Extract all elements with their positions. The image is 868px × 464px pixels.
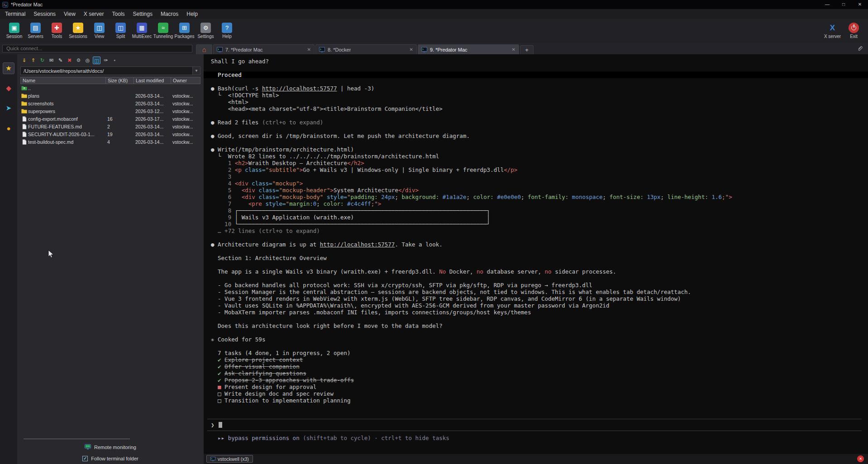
snapshot-icon[interactable]: ▪ [111, 57, 119, 64]
file-owner: vstockw... [171, 116, 200, 122]
file-row[interactable]: screenshots2026-03-14...vstockw... [20, 99, 200, 107]
new-tab-button[interactable]: + [520, 45, 534, 54]
toolbar-view-button[interactable]: ◫View [89, 23, 110, 39]
close-tab-icon[interactable]: ✕ [307, 47, 311, 52]
terminal-icon [217, 47, 223, 52]
menu-tools[interactable]: Tools [108, 9, 129, 19]
terminal[interactable]: Shall I go ahead? Proceed ● Bash(curl -s… [204, 54, 868, 453]
paperclip-icon[interactable] [857, 45, 863, 52]
edit-icon[interactable]: ✎ [57, 57, 64, 64]
toolbar-servers-button[interactable]: ▤Servers [25, 23, 46, 39]
file-name: config-export.mobaconf [28, 116, 105, 122]
toolbar-exit-button[interactable]: Exit [843, 23, 864, 39]
file-modified: 2026-03-14... [134, 124, 171, 129]
file-owner: vstockw... [171, 132, 200, 137]
terminal-line: <html> [204, 99, 868, 105]
file-owner: vstockw... [171, 139, 200, 145]
tools-icon: ✚ [52, 23, 62, 33]
x-server-icon: X [827, 23, 838, 33]
file-modified: 2026-03-14... [134, 93, 171, 99]
menu-macros[interactable]: Macros [157, 9, 182, 19]
terminal-line: ✳ Cooked for 59s [204, 336, 868, 343]
menu-view[interactable]: View [60, 9, 80, 19]
file-row[interactable]: test-buildout-spec.md42026-03-14...vstoc… [20, 138, 200, 146]
terminal-line: ● Read 2 files (ctrl+o to expand) [204, 119, 868, 126]
sidebar-macros-tab[interactable]: ◆ [3, 82, 14, 94]
bypass-permissions-label: ▸▸ bypass permissions on [211, 435, 300, 441]
toolbar-packages-button[interactable]: ⊞Packages [174, 23, 195, 39]
sidebar-sessions-tab[interactable]: ★ [3, 62, 14, 74]
tab-8-docker[interactable]: 8. *Docker✕ [315, 44, 417, 54]
column-header-name[interactable]: Name [21, 77, 106, 84]
toolbar-multiexec-button[interactable]: ▦MultiExec [131, 23, 153, 39]
quick-connect-input[interactable] [2, 45, 192, 52]
file-owner: vstockw... [171, 93, 200, 99]
toolbar-x-server-button[interactable]: XX server [822, 23, 843, 39]
terminal-line: 7 <pre style="margin:0; color: #c4c4ff;"… [204, 200, 868, 207]
file-row[interactable]: plans2026-03-14...vstockw... [20, 92, 200, 99]
pin-icon[interactable]: ✑ [102, 57, 110, 64]
file-icon [20, 116, 28, 122]
titlebar: *Predator Mac — □ ✕ [0, 0, 868, 9]
sessions-icon: ★ [5, 64, 11, 72]
sidebar-sftp-tab[interactable]: ➤ [3, 102, 14, 114]
file-row[interactable]: .. [20, 84, 200, 92]
menu-x-server[interactable]: X server [80, 9, 108, 19]
menu-settings[interactable]: Settings [129, 9, 157, 19]
file-row[interactable]: SECURITY-AUDIT-2026-03-1...192026-03-14.… [20, 130, 200, 138]
mail-icon[interactable]: ✉ [48, 57, 55, 64]
toolbar-tools-button[interactable]: ✚Tools [46, 23, 67, 39]
path-input[interactable] [21, 68, 192, 74]
terminal-line: 6 <div class="mockup-body" style="paddin… [204, 194, 868, 200]
terminal-line: Proceed [204, 71, 868, 78]
toolbar: ▣Session▤Servers✚Tools★Sessions◫View◫Spl… [0, 19, 868, 43]
follow-terminal-folder-checkbox[interactable]: ✓ [82, 456, 88, 461]
terminal-line: ✔ Ask clarifying questions [204, 370, 868, 377]
terminal-line: ✔ Offer visual companion [204, 363, 868, 370]
minimize-button[interactable]: — [819, 0, 835, 9]
toolbar-help-button[interactable]: ?Help [216, 23, 238, 39]
tab-home[interactable]: ⌂ [196, 44, 212, 54]
toolbar-settings-button[interactable]: ⚙Settings [195, 23, 216, 39]
file-name: test-buildout-spec.md [28, 139, 105, 145]
folder-download-icon[interactable]: ⇓ [20, 57, 28, 64]
toolbar-tunneling-button[interactable]: ≈Tunneling [153, 23, 174, 39]
toolbar-sessions-button[interactable]: ★Sessions [67, 23, 89, 39]
file-name: screenshots [28, 101, 105, 106]
close-button[interactable]: ✕ [852, 0, 868, 9]
close-terminal-button[interactable]: ✕ [857, 455, 864, 462]
session-tab[interactable]: vstockwell (x3) [206, 455, 253, 463]
column-header-last-modified[interactable]: Last modified [134, 77, 171, 84]
close-tab-icon[interactable]: ✕ [410, 47, 413, 52]
menu-terminal[interactable]: Terminal [1, 9, 29, 19]
file-row[interactable]: FUTURE-FEATURES.md22026-03-14...vstockw.… [20, 123, 200, 130]
sidebar-footer: Remote monitoring ✓ Follow terminal fold… [17, 439, 204, 464]
toolbar-split-button[interactable]: ◫Split [110, 23, 131, 39]
tab-7-predator-mac[interactable]: 7. *Predator Mac✕ [213, 44, 315, 54]
file-row[interactable]: config-export.mobaconf162026-03-17...vst… [20, 115, 200, 123]
remote-monitoring-button[interactable]: Remote monitoring [17, 444, 204, 450]
menu-sessions[interactable]: Sessions [29, 9, 60, 19]
follow-terminal-folder-option[interactable]: ✓ Follow terminal folder [17, 456, 204, 461]
connect-row: ⌂7. *Predator Mac✕8. *Docker✕9. *Predato… [0, 43, 868, 54]
file-row[interactable]: superpowers2026-03-12...vstockw... [20, 107, 200, 115]
terminal-input-box[interactable]: ❯ [207, 419, 862, 431]
toolbar-session-button[interactable]: ▣Session [4, 23, 25, 39]
folder-upload-icon[interactable]: ⇑ [29, 57, 37, 64]
home-icon: ⌂ [202, 46, 206, 53]
path-dropdown-button[interactable]: ▼ [192, 67, 200, 75]
search-icon[interactable]: ◎ [84, 57, 91, 64]
tab-9-predator-mac[interactable]: 9. *Predator Mac✕ [418, 44, 519, 54]
folder-icon [20, 109, 28, 114]
menu-help[interactable]: Help [182, 9, 202, 19]
column-header-owner[interactable]: Owner [171, 77, 200, 84]
column-header-size-kb[interactable]: Size (KB) [106, 77, 134, 84]
delete-icon[interactable]: ✖ [66, 57, 73, 64]
terminal-line: … +72 lines (ctrl+o to expand) [204, 227, 868, 234]
sidebar-tools-tab[interactable]: ● [3, 122, 14, 134]
maximize-button[interactable]: □ [835, 0, 852, 9]
refresh-icon[interactable]: ↻ [38, 57, 46, 64]
settings-icon[interactable]: ⚙ [75, 57, 82, 64]
split-view-icon[interactable]: ◫ [93, 57, 100, 64]
close-tab-icon[interactable]: ✕ [512, 47, 515, 52]
